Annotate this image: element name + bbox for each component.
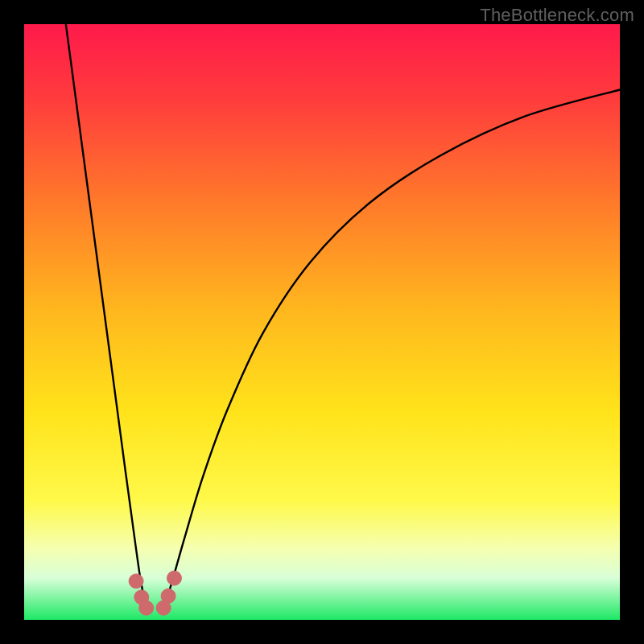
curve-left-branch	[66, 24, 148, 611]
curve-right-branch	[163, 89, 620, 611]
data-marker	[129, 574, 143, 588]
marker-group	[129, 571, 181, 615]
data-marker	[167, 571, 181, 585]
data-marker	[139, 601, 154, 615]
watermark-text: TheBottleneck.com	[480, 5, 634, 26]
data-marker	[161, 588, 175, 603]
curve-layer	[24, 24, 620, 620]
chart-frame: TheBottleneck.com	[0, 0, 644, 644]
plot-area	[24, 24, 620, 620]
